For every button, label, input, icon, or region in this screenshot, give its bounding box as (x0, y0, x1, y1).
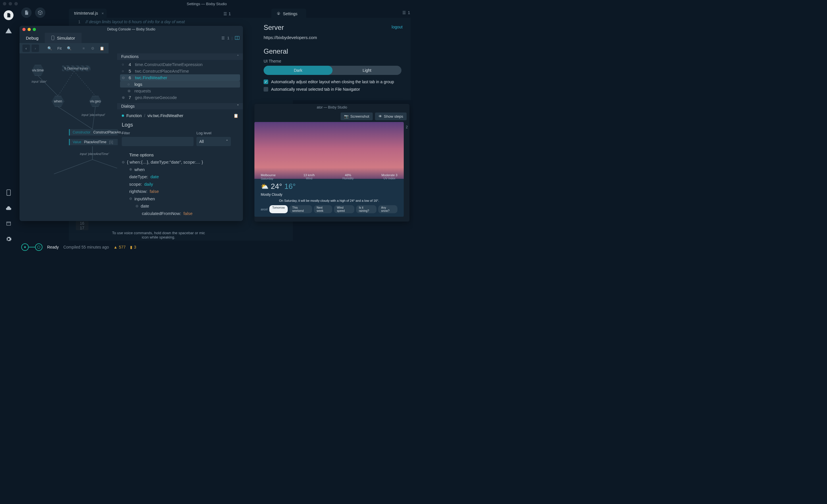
topbar (21, 7, 45, 18)
warning-icon (5, 28, 12, 33)
chip-tomorrow[interactable]: Tomorrow (270, 205, 288, 213)
steps-count: 2 (406, 125, 408, 129)
theme-dark[interactable]: Dark (263, 66, 333, 75)
traffic-max[interactable] (14, 2, 18, 5)
chip[interactable]: Wind speed (334, 205, 354, 213)
traffic-min[interactable] (28, 28, 31, 31)
code-gutter-bottom: 16 17 (76, 221, 89, 230)
prev-button[interactable]: ‹ (22, 45, 30, 52)
rail-cloud[interactable] (4, 203, 13, 213)
rail-documents[interactable] (4, 10, 13, 20)
general-heading: General (263, 47, 402, 55)
camera-icon: 📷 (344, 114, 349, 118)
chip[interactable]: Next week (314, 205, 333, 213)
rail-warnings[interactable] (4, 26, 13, 36)
eye-icon: 👁 (379, 114, 382, 118)
zoom-out-button[interactable]: 🔍 (65, 45, 73, 52)
new-file-button[interactable] (21, 7, 32, 18)
close-icon[interactable]: × (102, 11, 104, 15)
tab-file[interactable]: trimInterval.js × (69, 9, 106, 19)
collapse-icon[interactable]: ⊖ (129, 196, 132, 201)
icon-rail (0, 7, 17, 244)
function-item[interactable]: ○5twc.ConstructPlaceAndTime (120, 68, 240, 74)
function-item[interactable]: ⊕7geo.ReverseGeocode (120, 94, 240, 101)
collapse-icon[interactable]: ⊖ (136, 203, 138, 209)
next-button[interactable]: › (32, 45, 39, 52)
filter-input[interactable] (122, 137, 194, 146)
checkbox-auto-layout[interactable]: ✓ Automatically adjust editor layout whe… (263, 80, 402, 84)
functions-header[interactable]: Functions ˄ (117, 53, 243, 60)
simulator-window: ator — Bixby Studio 📷 Screenshot 👁 Show … (254, 104, 409, 221)
svg-point-2 (278, 13, 279, 14)
temp-lo: 16° (284, 182, 295, 191)
status-notes[interactable]: ▮3 (130, 245, 136, 249)
value-node[interactable]: Value PlaceAndTime [1] (69, 139, 118, 145)
function-detail: Function / viv.twc.FindWeather 📋 Logs Fi… (117, 109, 243, 221)
sliders-button[interactable]: ⚙ (89, 45, 96, 52)
layers-button[interactable]: ≡ (80, 45, 87, 52)
theme-segmented[interactable]: Dark Light (263, 66, 401, 75)
theme-light[interactable]: Light (333, 66, 401, 75)
optional-inputs-badge[interactable]: 5 Optional Inputs (62, 65, 91, 71)
dialogs-header[interactable]: Dialogs ˅ (117, 103, 243, 109)
package-button[interactable] (35, 7, 45, 18)
chip[interactable]: Any snow? (378, 205, 397, 213)
function-requests[interactable]: ⊕requests (120, 88, 240, 94)
graph-edges (19, 53, 117, 220)
ui-theme-label: UI Theme (263, 59, 402, 63)
chip[interactable]: This weekend (289, 205, 312, 213)
traffic-min[interactable] (9, 2, 12, 5)
warning-icon: ▲ (113, 245, 117, 249)
clipboard-button[interactable]: 📋 (98, 45, 106, 52)
city-label: Melbourne (261, 173, 276, 177)
functions-list: ○4time.ConstructDateTimeExpression ○5twc… (117, 60, 243, 102)
svg-rect-1 (7, 222, 11, 225)
gear-icon (277, 12, 281, 16)
copy-icon[interactable]: 📋 (234, 113, 238, 118)
chip[interactable]: Is it raining? (356, 205, 377, 213)
tab-row: trimInterval.js × Settings (69, 9, 410, 19)
tab-simulator[interactable]: Simulator (45, 33, 81, 43)
settings-panel: logout Server https://bixbydevelopers.co… (255, 18, 410, 100)
constructor-node[interactable]: Constructor ConstructPlaceAn... (69, 129, 118, 136)
rail-settings[interactable] (4, 234, 13, 244)
voice-hint: To use voice commands, hold down the spa… (111, 231, 206, 239)
tab-settings[interactable]: Settings (271, 9, 306, 19)
plan-graph[interactable]: viv.time 5 Optional Inputs input 'date' … (19, 53, 117, 221)
function-logs[interactable]: ○logs (120, 81, 240, 88)
logout-link[interactable]: logout (392, 25, 402, 29)
debug-title: Debug Console — Bixby Studio (107, 27, 155, 31)
traffic-close[interactable] (3, 2, 6, 5)
tab-file-label: trimInterval.js (74, 11, 98, 15)
tab-settings-label: Settings (283, 11, 297, 16)
split-icon[interactable] (235, 36, 240, 40)
day-label: Saturday (261, 177, 276, 180)
loglevel-select[interactable]: All ˅ (196, 137, 231, 146)
rail-device[interactable] (4, 188, 13, 197)
show-steps-button[interactable]: 👁 Show steps (375, 112, 406, 120)
screenshot-button[interactable]: 📷 Screenshot (341, 112, 373, 120)
debug-counter: ☰ 1 | (222, 33, 243, 43)
filter-label: Filter (122, 131, 194, 135)
function-item[interactable]: ○4time.ConstructDateTimeExpression (120, 61, 240, 68)
zoom-in-button[interactable]: 🔍 (46, 45, 53, 52)
svg-point-6 (37, 246, 40, 248)
edge-label: input 'placeInput' (82, 113, 105, 116)
function-item[interactable]: ⊖6twc.FindWeather (120, 74, 240, 81)
debug-right-panel: Functions ˄ ○4time.ConstructDateTimeExpr… (117, 53, 243, 221)
list-icon: ☰ (222, 36, 225, 40)
checkbox-auto-reveal[interactable]: Automatically reveal selected tab in Fil… (263, 87, 402, 92)
fit-button[interactable]: Fit (55, 45, 64, 52)
rail-archive[interactable] (4, 219, 13, 229)
collapse-icon[interactable]: ⊖ (122, 159, 125, 165)
status-warnings[interactable]: ▲577 (113, 245, 126, 249)
traffic-max[interactable] (33, 28, 36, 31)
traffic-close[interactable] (22, 28, 26, 31)
condition: Mostly Cloudy (261, 193, 397, 197)
tab-debug[interactable]: Debug (19, 33, 45, 43)
expand-icon[interactable]: ⊕ (129, 166, 132, 172)
checkbox-icon (263, 87, 268, 92)
log-tree[interactable]: Time options ⊖{ when:{…}, dateType:"date… (122, 151, 238, 217)
edge-label: input 'placeAndTime' (80, 152, 109, 156)
weather-preview[interactable]: Melbourne Saturday 13 km/h Wind 48% Humi… (254, 122, 404, 217)
